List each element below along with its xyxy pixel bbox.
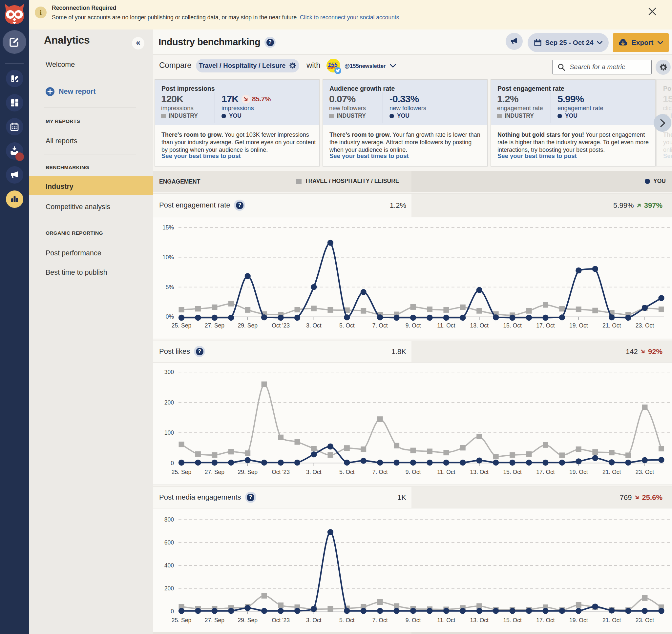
svg-text:23. Oct: 23. Oct — [635, 469, 654, 476]
svg-text:21. Oct: 21. Oct — [602, 617, 621, 624]
svg-text:600: 600 — [164, 539, 174, 546]
svg-text:17. Oct: 17. Oct — [536, 322, 555, 329]
svg-text:3. Oct: 3. Oct — [306, 322, 322, 329]
svg-text:19. Oct: 19. Oct — [569, 322, 588, 329]
svg-text:27. Sep: 27. Sep — [205, 469, 225, 476]
svg-text:13. Oct: 13. Oct — [470, 322, 489, 329]
svg-text:0: 0 — [171, 608, 174, 615]
svg-text:11. Oct: 11. Oct — [437, 617, 455, 624]
svg-text:13. Oct: 13. Oct — [470, 617, 489, 624]
svg-text:15. Oct: 15. Oct — [503, 469, 522, 476]
svg-text:29. Sep: 29. Sep — [238, 322, 258, 329]
svg-text:5%: 5% — [166, 284, 174, 290]
svg-text:27. Sep: 27. Sep — [205, 617, 225, 624]
svg-text:11. Oct: 11. Oct — [437, 322, 455, 329]
svg-text:17. Oct: 17. Oct — [536, 617, 555, 624]
svg-text:21. Oct: 21. Oct — [602, 469, 621, 476]
svg-text:Oct '23: Oct '23 — [272, 617, 290, 624]
svg-text:23. Oct: 23. Oct — [635, 617, 654, 624]
svg-text:29. Sep: 29. Sep — [238, 469, 258, 476]
svg-text:9. Oct: 9. Oct — [405, 469, 421, 476]
svg-text:200: 200 — [164, 399, 174, 406]
svg-text:3. Oct: 3. Oct — [306, 469, 322, 476]
svg-text:5. Oct: 5. Oct — [339, 617, 355, 624]
svg-text:100: 100 — [164, 430, 174, 436]
svg-text:800: 800 — [164, 516, 174, 523]
svg-text:25. Sep: 25. Sep — [171, 617, 191, 624]
svg-text:25. Sep: 25. Sep — [171, 322, 191, 329]
svg-text:25. Sep: 25. Sep — [171, 469, 191, 476]
svg-text:11. Oct: 11. Oct — [437, 469, 455, 476]
svg-text:21. Oct: 21. Oct — [602, 322, 621, 329]
svg-text:15. Oct: 15. Oct — [503, 322, 522, 329]
svg-text:13. Oct: 13. Oct — [470, 469, 489, 476]
svg-text:Oct '23: Oct '23 — [272, 322, 290, 329]
svg-text:10%: 10% — [162, 254, 174, 261]
svg-text:Oct '23: Oct '23 — [272, 469, 290, 476]
svg-text:29. Sep: 29. Sep — [238, 617, 258, 624]
svg-text:3. Oct: 3. Oct — [306, 617, 322, 624]
svg-text:7. Oct: 7. Oct — [372, 617, 388, 624]
svg-text:7. Oct: 7. Oct — [372, 322, 388, 329]
svg-text:7. Oct: 7. Oct — [372, 469, 388, 476]
svg-text:9. Oct: 9. Oct — [405, 617, 421, 624]
svg-text:5. Oct: 5. Oct — [339, 322, 355, 329]
svg-text:5. Oct: 5. Oct — [339, 469, 355, 476]
svg-text:15. Oct: 15. Oct — [503, 617, 522, 624]
svg-text:19. Oct: 19. Oct — [569, 469, 588, 476]
svg-text:0%: 0% — [166, 313, 174, 320]
svg-text:27. Sep: 27. Sep — [205, 322, 225, 329]
svg-text:9. Oct: 9. Oct — [405, 322, 421, 329]
svg-text:0: 0 — [171, 460, 174, 466]
svg-text:200: 200 — [164, 585, 174, 592]
svg-text:23. Oct: 23. Oct — [635, 322, 654, 329]
svg-text:15%: 15% — [162, 224, 174, 231]
svg-text:400: 400 — [164, 562, 174, 569]
svg-text:17. Oct: 17. Oct — [536, 469, 555, 476]
svg-text:300: 300 — [164, 369, 174, 375]
svg-text:19. Oct: 19. Oct — [569, 617, 588, 624]
